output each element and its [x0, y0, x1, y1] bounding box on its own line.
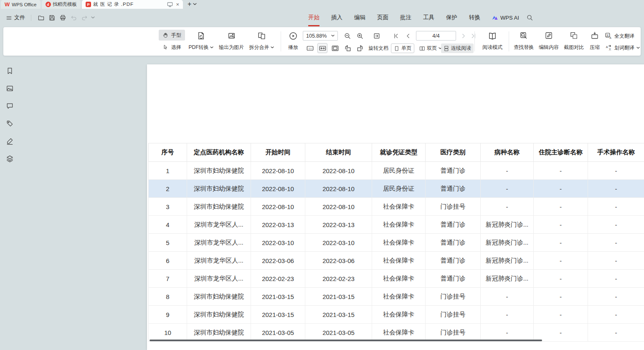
new-tab-icon[interactable]: + — [188, 0, 191, 8]
page-indicator-input[interactable]: 4/4 — [416, 31, 456, 41]
table-cell: - — [481, 324, 534, 342]
double-page-button[interactable]: 双页 — [417, 43, 444, 53]
ribbon-tab-insert[interactable]: 插入 — [325, 9, 348, 26]
last-page-icon[interactable] — [469, 31, 479, 41]
table-cell: 新冠肺炎门诊... — [481, 270, 534, 288]
layers-icon[interactable] — [5, 154, 14, 163]
divider — [281, 31, 281, 51]
tab-wps-office[interactable]: W WPS Office — [1, 0, 41, 9]
table-cell: 2022-08-10 — [251, 198, 305, 216]
hand-tool-button[interactable]: 手型 — [159, 30, 185, 41]
rotate-right-icon[interactable] — [355, 43, 365, 53]
ribbon-tab-page[interactable]: 页面 — [371, 9, 394, 26]
fit-page-icon[interactable] — [330, 43, 340, 53]
signature-icon[interactable] — [5, 136, 14, 146]
zoom-in-icon[interactable] — [355, 31, 365, 41]
word-translate-icon: A文 — [605, 44, 612, 51]
wps-ai-logo-icon — [492, 14, 498, 21]
play-icon — [289, 31, 298, 41]
wps-logo-icon: W — [5, 2, 10, 7]
undo-icon[interactable] — [68, 12, 79, 23]
rotate-document-button[interactable]: 旋转文档 — [366, 43, 391, 53]
tab-list-chevron-icon[interactable] — [193, 0, 197, 7]
read-mode-icon — [488, 31, 497, 41]
wps-ai-button[interactable]: WPS AI — [486, 9, 525, 26]
table-horizontal-scrollbar[interactable] — [150, 340, 542, 341]
table-cell: - — [534, 216, 588, 234]
find-replace-button[interactable]: 查找替换 — [511, 30, 536, 53]
table-cell: 2022-03-06 — [251, 252, 305, 270]
pdf-convert-button[interactable]: PDF转换 — [187, 30, 215, 53]
zoom-out-icon[interactable] — [342, 31, 352, 41]
full-translate-button[interactable]: 文A 全文翻译 — [605, 32, 634, 40]
table-cell: 2021-03-15 — [305, 288, 372, 306]
search-icon[interactable] — [525, 12, 535, 23]
tab-docer-template[interactable]: d 找稻壳模板 — [42, 0, 81, 9]
hand-tool-label: 手型 — [171, 32, 181, 39]
table-cell: 门诊挂号 — [426, 288, 481, 306]
table-row: 6深圳市龙华区人...2022-03-062022-03-06社会保障卡普通门诊… — [149, 252, 644, 270]
tab-label: 找稻壳模板 — [53, 1, 77, 8]
play-button[interactable]: 播放 — [284, 30, 302, 53]
ribbon-tab-tools[interactable]: 工具 — [417, 9, 440, 26]
ribbon-tab-protect[interactable]: 保护 — [440, 9, 463, 26]
column-header: 结束时间 — [305, 143, 372, 162]
table-cell: - — [588, 162, 644, 180]
table-row: 5深圳市龙华区人...2022-03-102022-03-10社会保障卡普通门诊… — [149, 234, 644, 252]
table-cell: - — [481, 306, 534, 324]
prev-page-icon[interactable] — [403, 31, 413, 41]
edit-content-button[interactable]: 编辑内容 — [536, 30, 561, 53]
read-mode-button[interactable]: 阅读模式 — [478, 30, 507, 53]
tag-icon[interactable] — [5, 119, 14, 128]
table-cell: 深圳市龙华区人... — [187, 270, 251, 288]
ribbon-tab-convert[interactable]: 转换 — [463, 9, 486, 26]
ribbon-tab-home[interactable]: 开始 — [302, 9, 325, 26]
ribbon-tab-edit[interactable]: 编辑 — [348, 9, 371, 26]
table-row: 4深圳市龙华区人...2022-03-132022-03-13社会保障卡普通门诊… — [149, 216, 644, 234]
tab-document[interactable]: P 就 医 记 录 .PDF × — [82, 0, 183, 9]
export-image-icon — [227, 31, 236, 40]
select-tool-button[interactable]: 选择 — [159, 42, 185, 53]
one-to-one-icon[interactable]: 1:1 — [305, 43, 315, 53]
table-cell: 普通门诊 — [426, 180, 481, 198]
first-page-icon[interactable] — [391, 31, 401, 41]
fit-width-icon[interactable] — [317, 43, 327, 53]
compress-button[interactable]: 压缩 — [585, 30, 605, 53]
monitor-icon[interactable] — [167, 2, 173, 8]
edit-content-icon — [545, 31, 553, 40]
single-page-button[interactable]: 单页 — [391, 43, 414, 53]
table-cell: 4 — [149, 216, 187, 234]
comment-icon[interactable] — [5, 101, 14, 110]
continuous-read-button[interactable]: 连续阅读 — [441, 43, 474, 53]
table-cell: 2 — [149, 180, 187, 198]
split-merge-button[interactable]: 拆分合并 — [246, 30, 277, 53]
undo-history-chevron-icon[interactable] — [90, 12, 96, 23]
table-cell: 居民身份证 — [372, 162, 426, 180]
save-icon[interactable] — [46, 12, 57, 23]
table-header-row: 序号定点医药机构名称开始时间结束时间就诊凭证类型医疗类别病种名称住院主诊断名称手… — [149, 143, 644, 162]
table-cell: - — [588, 234, 644, 252]
column-header: 手术操作名称 — [588, 143, 644, 162]
redo-icon[interactable] — [79, 12, 90, 23]
zoom-level-select[interactable]: 105.88% — [303, 31, 338, 41]
pdf-file-icon: P — [86, 2, 91, 7]
print-icon[interactable] — [57, 12, 68, 23]
export-image-button[interactable]: 输出为图片 — [216, 30, 247, 53]
screenshot-compare-button[interactable]: 截图对比 — [561, 30, 586, 53]
file-menu-label: 文件 — [14, 14, 25, 21]
word-translate-button[interactable]: A文 划词翻译 — [605, 44, 640, 51]
open-file-icon[interactable] — [35, 12, 46, 23]
chevron-down-icon — [210, 46, 213, 49]
bookmark-icon[interactable] — [5, 66, 14, 75]
ribbon-tab-comment[interactable]: 批注 — [394, 9, 417, 26]
tab-label: 就 医 记 录 .PDF — [93, 1, 165, 8]
close-icon[interactable]: × — [176, 1, 179, 8]
continuous-read-icon — [444, 46, 449, 51]
file-menu[interactable]: 文件 — [4, 14, 27, 21]
fit-window-icon[interactable] — [372, 31, 382, 41]
next-page-icon[interactable] — [459, 31, 469, 41]
thumbnail-icon[interactable] — [5, 84, 14, 93]
table-cell: - — [534, 162, 588, 180]
column-header: 开始时间 — [251, 143, 305, 162]
rotate-left-icon[interactable] — [342, 43, 352, 53]
